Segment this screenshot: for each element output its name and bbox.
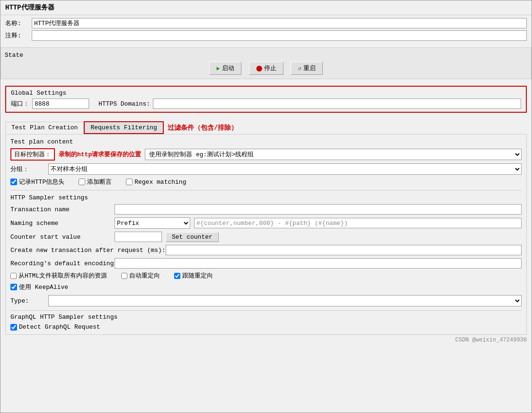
cb-auto-redirect-label: 自动重定向 — [129, 271, 160, 280]
target-row: 目标控制器： 录制的http请求要保存的位置 使用录制控制器 eg:测试计划>线… — [10, 148, 522, 161]
start-button[interactable]: ▶ 启动 — [209, 62, 241, 75]
cb-follow-redirect: 跟随重定向 — [174, 271, 213, 280]
divider-1 — [10, 190, 522, 190]
cb-html-resources-input[interactable] — [10, 273, 17, 279]
cb-follow-redirect-label: 跟随重定向 — [182, 271, 213, 280]
divider-2 — [10, 310, 522, 311]
watermark: CSDN @weixin_47249930 — [0, 335, 532, 345]
comment-input[interactable] — [32, 30, 527, 41]
transaction-name-row: Transaction name — [10, 204, 522, 215]
stop-button[interactable]: ⬤ 停止 — [249, 62, 284, 75]
create-transaction-label: Create new transaction after request (ms… — [10, 247, 166, 254]
target-select[interactable]: 使用录制控制器 eg:测试计划>线程组 — [145, 149, 522, 160]
cb-add-assertion-label: 添加断言 — [87, 178, 112, 186]
cb-regex: Regex matching — [126, 179, 186, 186]
graphql-section: GraphQL HTTP Sampler settings Detect Gra… — [10, 314, 522, 331]
set-counter-button[interactable]: Set counter — [166, 232, 219, 242]
cb-detect-graphql-input[interactable] — [10, 324, 17, 331]
start-icon: ▶ — [216, 65, 220, 72]
naming-scheme-row: Naming scheme Prefix Suffix — [10, 217, 522, 229]
type-select[interactable] — [48, 295, 522, 306]
group-row: 分组： 不对样本分组 — [10, 163, 522, 175]
cb-keepalive: 使用 KeepAlive — [10, 283, 68, 291]
checkbox-row-1: 记录HTTP信息头 添加断言 Regex matching — [10, 178, 522, 186]
comment-label: 注释: — [5, 31, 29, 40]
filter-label: 过滤条件（包含/排除） — [168, 124, 238, 132]
name-input[interactable] — [32, 18, 527, 28]
naming-hint-input[interactable] — [194, 218, 522, 228]
keepalive-row: 使用 KeepAlive — [10, 283, 522, 291]
set-counter-label: Set counter — [172, 233, 213, 241]
global-settings-title: Global Settings — [11, 90, 521, 97]
transaction-name-input[interactable] — [115, 204, 522, 215]
start-label: 启动 — [222, 64, 234, 72]
http-sampler-label: HTTP Sampler settings — [10, 194, 522, 201]
restart-icon: ↺ — [298, 65, 301, 72]
content-area: Test plan content 目标控制器： 录制的http请求要保存的位置… — [5, 134, 527, 335]
target-controller-label: 目标控制器： — [10, 148, 55, 161]
group-label: 分组： — [10, 165, 48, 173]
redirect-row: 从HTML文件获取所有内容的资源 自动重定向 跟随重定向 — [10, 271, 522, 280]
cb-detect-graphql-label: Detect GraphQL Request — [19, 323, 100, 331]
group-select[interactable]: 不对样本分组 — [48, 163, 522, 175]
create-transaction-row: Create new transaction after request (ms… — [10, 245, 522, 255]
cb-detect-graphql: Detect GraphQL Request — [10, 323, 522, 331]
cb-auto-redirect: 自动重定向 — [121, 271, 160, 280]
naming-scheme-label: Naming scheme — [10, 220, 115, 227]
https-input[interactable] — [153, 99, 521, 109]
cb-html-resources-label: 从HTML文件获取所有内容的资源 — [18, 271, 107, 280]
title-bar: HTTP代理服务器 — [0, 0, 532, 15]
tab-test-plan[interactable]: Test Plan Creation — [5, 122, 84, 134]
counter-row: Counter start value Set counter — [10, 232, 522, 242]
https-label: HTTPS Domains: — [98, 100, 150, 108]
cb-follow-redirect-input[interactable] — [174, 273, 180, 279]
naming-scheme-select[interactable]: Prefix Suffix — [115, 217, 190, 229]
state-label: State — [5, 52, 527, 59]
restart-label: 重启 — [303, 64, 316, 72]
http-sampler-section: HTTP Sampler settings Transaction name N… — [10, 194, 522, 306]
cb-auto-redirect-input[interactable] — [121, 273, 127, 279]
tabs-row: Test Plan Creation Requests Filtering 过滤… — [5, 121, 527, 134]
transaction-name-label: Transaction name — [10, 206, 115, 213]
cb-regex-input[interactable] — [126, 179, 133, 185]
create-transaction-input[interactable] — [166, 245, 522, 255]
state-section: State ▶ 启动 ⬤ 停止 ↺ 重启 — [0, 47, 532, 79]
port-label: 端口： — [11, 99, 29, 108]
encoding-label: Recording's default encoding — [10, 260, 115, 267]
name-label: 名称: — [5, 19, 29, 27]
restart-button[interactable]: ↺ 重启 — [291, 62, 322, 75]
tab-requests-filtering[interactable]: Requests Filtering — [84, 121, 163, 134]
graphql-label: GraphQL HTTP Sampler settings — [10, 314, 522, 321]
test-plan-content-label: Test plan content — [10, 138, 522, 145]
stop-label: 停止 — [264, 64, 276, 72]
target-hint: 录制的http请求要保存的位置 — [59, 150, 141, 159]
global-settings: Global Settings 端口： HTTPS Domains: — [5, 86, 527, 113]
cb-html-resources: 从HTML文件获取所有内容的资源 — [10, 271, 107, 280]
cb-add-assertion-input[interactable] — [79, 179, 85, 185]
cb-record-http: 记录HTTP信息头 — [10, 178, 64, 186]
cb-record-http-input[interactable] — [10, 179, 17, 185]
port-input[interactable] — [32, 99, 89, 109]
watermark-text: CSDN @weixin_47249930 — [455, 337, 527, 343]
type-label: Type: — [10, 297, 48, 305]
encoding-row: Recording's default encoding — [10, 258, 522, 269]
cb-keepalive-label: 使用 KeepAlive — [19, 283, 68, 291]
counter-start-label: Counter start value — [10, 233, 115, 241]
tab-test-plan-label: Test Plan Creation — [11, 124, 78, 131]
type-row: Type: — [10, 295, 522, 306]
cb-add-assertion: 添加断言 — [79, 178, 112, 186]
main-window: HTTP代理服务器 名称: 注释: State ▶ 启动 ⬤ 停止 ↺ 重启 — [0, 0, 532, 413]
cb-keepalive-input[interactable] — [10, 284, 17, 290]
cb-regex-label: Regex matching — [134, 179, 186, 186]
cb-record-http-label: 记录HTTP信息头 — [19, 178, 64, 186]
counter-start-input[interactable] — [115, 232, 162, 242]
encoding-input[interactable] — [115, 258, 522, 269]
window-title: HTTP代理服务器 — [5, 4, 54, 11]
stop-icon: ⬤ — [256, 65, 262, 72]
tab-requests-filtering-label: Requests Filtering — [90, 124, 157, 131]
